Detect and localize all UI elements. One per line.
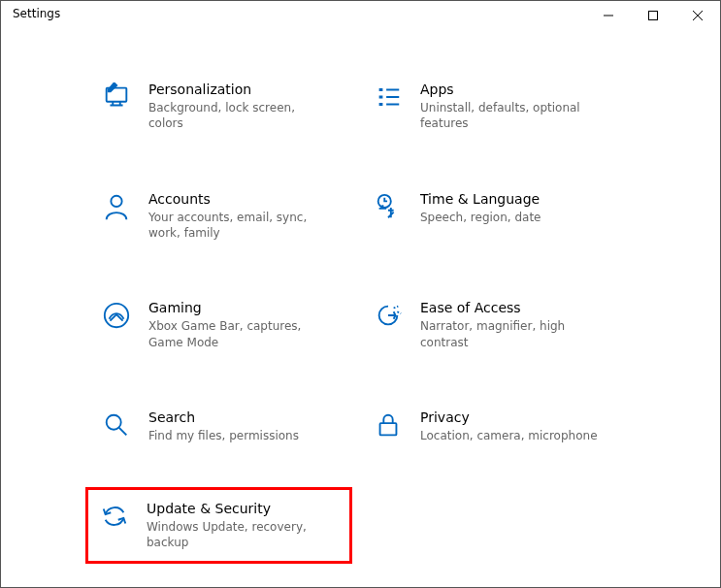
- time-language-icon: [372, 192, 405, 225]
- apps-icon: [372, 82, 405, 115]
- gaming-icon: [100, 301, 133, 334]
- tile-ease-of-access[interactable]: Ease of Access Narrator, magnifier, high…: [370, 297, 622, 352]
- update-security-icon: [98, 502, 131, 535]
- tile-desc: Your accounts, email, sync, work, family: [148, 210, 333, 241]
- svg-rect-6: [380, 423, 397, 435]
- privacy-icon: [372, 410, 405, 443]
- tile-desc: Find my files, permissions: [148, 428, 299, 443]
- tile-label: Accounts: [148, 190, 333, 208]
- tile-desc: Speech, region, date: [420, 210, 541, 225]
- window-controls: [586, 7, 720, 30]
- ease-of-access-icon: [372, 301, 405, 334]
- settings-grid-container: Personalization Background, lock screen,…: [1, 32, 720, 571]
- tile-desc: Location, camera, microphone: [420, 428, 598, 443]
- tile-desc: Xbox Game Bar, captures, Game Mode: [148, 318, 333, 349]
- tile-gaming[interactable]: Gaming Xbox Game Bar, captures, Game Mod…: [98, 297, 350, 352]
- tile-search[interactable]: Search Find my files, permissions: [98, 407, 350, 445]
- tile-label: Apps: [420, 81, 605, 98]
- svg-point-2: [111, 195, 121, 206]
- tile-label: Time & Language: [420, 190, 541, 208]
- minimize-icon: [604, 11, 613, 20]
- tile-label: Update & Security: [147, 500, 331, 517]
- tile-label: Ease of Access: [420, 299, 605, 316]
- tile-desc: Uninstall, defaults, optional features: [420, 100, 605, 131]
- close-button[interactable]: [675, 1, 720, 30]
- accounts-icon: [100, 192, 133, 225]
- maximize-button[interactable]: [631, 1, 675, 30]
- svg-point-5: [107, 414, 121, 429]
- tile-update-security[interactable]: Update & Security Windows Update, recove…: [85, 487, 352, 564]
- minimize-button[interactable]: [586, 1, 631, 30]
- svg-rect-0: [649, 12, 658, 20]
- tile-label: Privacy: [420, 408, 598, 426]
- title-bar: Settings: [1, 1, 720, 32]
- tile-apps[interactable]: Apps Uninstall, defaults, optional featu…: [370, 79, 622, 134]
- tile-time-language[interactable]: Time & Language Speech, region, date: [370, 188, 622, 244]
- tile-label: Search: [148, 408, 299, 426]
- tile-privacy[interactable]: Privacy Location, camera, microphone: [370, 407, 622, 445]
- tile-label: Gaming: [148, 299, 333, 316]
- tile-label: Personalization: [148, 81, 333, 98]
- tile-personalization[interactable]: Personalization Background, lock screen,…: [98, 79, 350, 134]
- search-icon: [100, 410, 133, 443]
- tile-accounts[interactable]: Accounts Your accounts, email, sync, wor…: [98, 188, 350, 244]
- window-title: Settings: [13, 7, 586, 20]
- tile-desc: Windows Update, recovery, backup: [147, 519, 331, 550]
- close-icon: [693, 11, 703, 20]
- personalization-icon: [100, 82, 133, 115]
- tile-desc: Narrator, magnifier, high contrast: [420, 318, 605, 349]
- tile-desc: Background, lock screen, colors: [148, 100, 333, 131]
- maximize-icon: [648, 11, 658, 20]
